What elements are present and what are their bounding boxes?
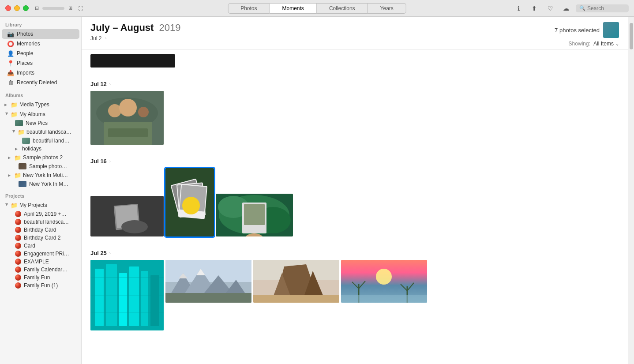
showing-value: All Items: [593, 41, 614, 47]
sidebar-item-new-york-in-motion[interactable]: ▶ 📁 New York In Moti…: [5, 170, 79, 180]
sidebar-item-new-york-in-m[interactable]: New York In M…: [5, 180, 79, 188]
icloud-button[interactable]: ☁: [560, 4, 572, 13]
sidebar-item-my-projects[interactable]: ▶ 📁 My Projects: [2, 200, 79, 210]
photo-sunset-desert[interactable]: [341, 260, 427, 303]
new-pics-label: New Pics: [26, 120, 76, 126]
my-projects-folder-icon: 📁: [11, 202, 18, 209]
jul25-date: Jul 25: [90, 250, 107, 256]
family-calendar-dot: [15, 266, 21, 273]
sidebar-item-example[interactable]: EXAMPLE: [2, 258, 79, 266]
svg-point-4: [138, 107, 149, 117]
sidebar-item-birthday-card-2[interactable]: Birthday Card 2: [2, 234, 79, 242]
share-button[interactable]: ⬆: [528, 4, 540, 13]
content-title: July – August 2019: [90, 22, 181, 34]
fullscreen-toggle-button[interactable]: ⛶: [76, 5, 85, 11]
section-jul12: Jul 12 ›: [82, 76, 628, 154]
resize-smaller-button[interactable]: ⊟: [32, 5, 41, 11]
sidebar-item-holidays[interactable]: ▶ holidays: [2, 145, 79, 153]
photo-mountains[interactable]: [165, 260, 251, 303]
favorite-button[interactable]: ♡: [544, 4, 556, 13]
size-slider[interactable]: [42, 7, 64, 10]
sample-photos-folder-icon: 📁: [14, 154, 21, 161]
sidebar-places-label: Places: [17, 60, 76, 66]
birthday-card-dot: [15, 227, 21, 233]
teal-building-svg: [90, 260, 164, 330]
sidebar-item-engagement-pri[interactable]: Engagement PRi…: [2, 250, 79, 258]
new-york-in-m-label: New York In M…: [29, 181, 76, 187]
jul2-date: Jul 2: [90, 35, 101, 41]
sidebar-item-sample-photo[interactable]: Sample photo…: [5, 162, 79, 170]
photo-family-cooking[interactable]: [90, 91, 164, 145]
sidebar-item-birthday-card[interactable]: Birthday Card: [2, 226, 79, 234]
svg-rect-60: [341, 295, 427, 303]
titlebar: ⊟ ⊞ ⛶ Photos Moments Collections Years ℹ…: [0, 0, 634, 17]
fullscreen-button[interactable]: [23, 5, 29, 11]
search-input[interactable]: [587, 5, 623, 11]
photo-teal-building[interactable]: [90, 260, 164, 330]
close-button[interactable]: [5, 5, 11, 11]
family-fun-dot: [15, 274, 21, 281]
sidebar-item-beautiful-land[interactable]: beautiful land…: [9, 137, 79, 145]
sidebar-item-card[interactable]: Card: [2, 242, 79, 250]
title-year: 2019: [159, 22, 181, 33]
sidebar-item-recently-deleted[interactable]: 🗑 Recently Deleted: [2, 78, 79, 87]
selected-count-area: 7 photos selected: [555, 22, 619, 38]
selected-count-text: 7 photos selected: [555, 27, 600, 34]
scrollbar-thumb[interactable]: [630, 23, 633, 49]
sidebar-item-media-types[interactable]: ▶ 📁 Media Types: [2, 100, 79, 109]
sidebar-item-family-calendar[interactable]: Family Calendar…: [2, 266, 79, 274]
beautiful-landscape-label: beautiful landsca…: [26, 129, 76, 135]
sidebar-item-people[interactable]: 👤 People: [2, 49, 79, 58]
photo-polaroids-yellow[interactable]: [165, 168, 214, 236]
jul16-chevron-icon: ›: [109, 159, 111, 164]
scrollbar[interactable]: [628, 17, 634, 364]
svg-rect-51: [253, 295, 339, 303]
titlebar-actions: ℹ ⬆ ♡ ☁ 🔍: [512, 4, 629, 13]
tab-photos[interactable]: Photos: [228, 3, 270, 14]
people-icon: 👤: [7, 50, 14, 57]
sidebar-item-memories[interactable]: ⭕ Memories: [2, 39, 79, 49]
content-title-area: July – August 2019 Jul 2 ›: [90, 22, 181, 41]
sidebar-item-photos[interactable]: 📷 Photos: [2, 29, 79, 39]
sidebar-item-my-albums[interactable]: ▶ 📁 My Albums: [2, 109, 79, 119]
minimize-button[interactable]: [14, 5, 20, 11]
new-york-folder-icon: 📁: [14, 172, 21, 179]
svg-rect-30: [119, 273, 127, 326]
sidebar-item-places[interactable]: 📍 Places: [2, 58, 79, 68]
svg-rect-38: [165, 260, 251, 282]
beautiful-landsca-label: beautiful landsca…: [24, 219, 76, 225]
svg-point-53: [376, 269, 392, 285]
engagement-pri-dot: [15, 251, 21, 257]
beautiful-land-thumb: [22, 138, 30, 144]
sidebar-item-imports[interactable]: 📥 Imports: [2, 68, 79, 78]
content-area: July – August 2019 Jul 2 › 7 photos sele…: [82, 17, 628, 364]
photo-desert-rock[interactable]: [253, 260, 339, 303]
info-button[interactable]: ℹ: [512, 4, 525, 13]
sidebar-item-family-fun-1[interactable]: Family Fun (1): [2, 281, 79, 289]
holidays-label: holidays: [22, 146, 76, 152]
photo-polaroid-hand-dark[interactable]: [90, 196, 164, 236]
april-29-label: April 29, 2019 +…: [24, 211, 76, 217]
family-calendar-label: Family Calendar…: [24, 266, 76, 273]
showing-filter[interactable]: Showing: All Items ⌄: [569, 41, 619, 47]
jul12-date: Jul 12: [90, 81, 107, 87]
family-fun-label: Family Fun: [24, 274, 76, 281]
svg-rect-32: [141, 271, 148, 326]
photo-item-black-bar[interactable]: [90, 54, 175, 68]
tab-collections[interactable]: Collections: [317, 3, 368, 14]
sidebar-item-beautiful-landsca[interactable]: beautiful landsca…: [2, 218, 79, 226]
photo-polaroid-green[interactable]: [216, 194, 293, 236]
sample-photo-label: Sample photo…: [29, 163, 76, 169]
sidebar-item-april-29[interactable]: April 29, 2019 +…: [2, 210, 79, 218]
sidebar-item-beautiful-landscape[interactable]: ▶ 📁 beautiful landsca…: [9, 127, 79, 137]
tab-moments[interactable]: Moments: [270, 3, 317, 14]
tab-years[interactable]: Years: [368, 3, 406, 14]
chevron-down-icon: ▶: [5, 112, 9, 116]
sidebar-item-sample-photos-2[interactable]: ▶ 📁 Sample photos 2: [5, 153, 79, 162]
jul25-header: Jul 25 ›: [90, 250, 619, 256]
resize-larger-button[interactable]: ⊞: [66, 5, 75, 11]
sidebar-item-new-pics[interactable]: New Pics: [2, 119, 79, 127]
media-types-label: Media Types: [19, 101, 76, 108]
svg-point-3: [119, 99, 137, 116]
sidebar-item-family-fun[interactable]: Family Fun: [2, 274, 79, 281]
